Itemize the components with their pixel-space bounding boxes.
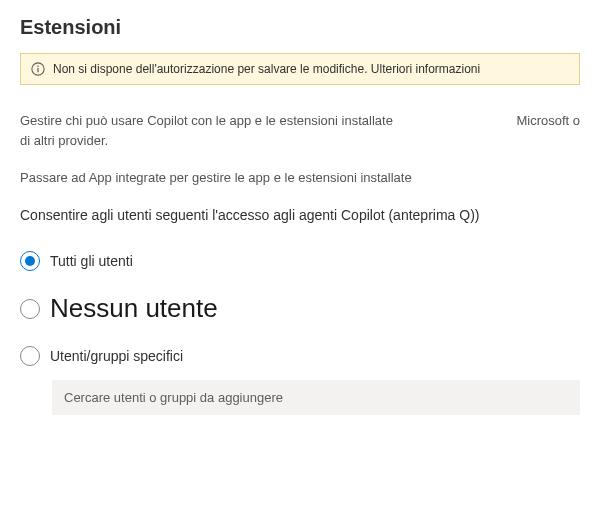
permission-warning-text: Non si dispone dell'autorizzazione per s… <box>53 62 480 76</box>
radio-all-users-label: Tutti gli utenti <box>50 253 133 269</box>
svg-rect-2 <box>37 66 38 67</box>
radio-indicator <box>20 346 40 366</box>
svg-rect-1 <box>37 68 38 72</box>
access-section-label: Consentire agli utenti seguenti l'access… <box>20 207 580 223</box>
radio-no-users[interactable]: Nessun utente <box>20 293 580 324</box>
radio-specific-users[interactable]: Utenti/gruppi specifici <box>20 346 580 366</box>
radio-indicator <box>20 299 40 319</box>
info-icon <box>31 62 45 76</box>
radio-specific-users-label: Utenti/gruppi specifici <box>50 348 183 364</box>
description-line1-left: Gestire chi può usare Copilot con le app… <box>20 111 393 131</box>
description-line1-right: Microsoft o <box>504 111 580 131</box>
radio-no-users-label: Nessun utente <box>50 293 218 324</box>
radio-dot <box>25 256 35 266</box>
description-block: Gestire chi può usare Copilot con le app… <box>20 111 580 150</box>
integrated-apps-hint: Passare ad App integrate per gestire le … <box>20 170 580 185</box>
radio-indicator-selected <box>20 251 40 271</box>
user-group-search-input[interactable]: Cercare utenti o gruppi da aggiungere <box>52 380 580 415</box>
permission-warning-banner: Non si dispone dell'autorizzazione per s… <box>20 53 580 85</box>
description-line2: di altri provider. <box>20 131 580 151</box>
radio-all-users[interactable]: Tutti gli utenti <box>20 251 580 271</box>
page-title: Estensioni <box>20 16 580 39</box>
access-radio-group: Tutti gli utenti Nessun utente Utenti/gr… <box>20 251 580 380</box>
